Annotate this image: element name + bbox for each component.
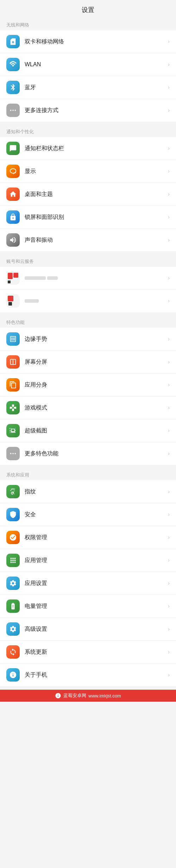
morefeat-arrow: › <box>168 450 170 457</box>
settings-item-bt[interactable]: 蓝牙 › <box>0 76 176 99</box>
game-arrow: › <box>168 405 170 411</box>
settings-item-notif[interactable]: 通知栏和状态栏 › <box>0 137 176 160</box>
mi-account-text <box>25 276 168 280</box>
desktop-arrow: › <box>168 191 170 197</box>
screenshot-icon <box>6 424 20 437</box>
svg-point-12 <box>15 453 16 454</box>
page-title: 设置 <box>0 0 176 18</box>
security-label: 安全 <box>25 511 168 518</box>
settings-item-sound[interactable]: 声音和振动 › <box>0 229 176 251</box>
appsetting-label: 应用设置 <box>25 580 168 587</box>
mi-account-arrow: › <box>168 275 170 281</box>
settings-group-personalize: 通知栏和状态栏 › 显示 › 桌面和主题 › 锁屏和面部识别 › 声音和振动 › <box>0 137 176 251</box>
update-icon <box>6 645 20 659</box>
fingerprint-arrow: › <box>168 488 170 495</box>
mi-account2-logo <box>6 294 20 308</box>
settings-item-more-connect[interactable]: 更多连接方式 › <box>0 99 176 122</box>
settings-item-battery[interactable]: 电量管理 › <box>0 595 176 618</box>
game-icon <box>6 401 20 414</box>
split-label: 屏幕分屏 <box>25 358 168 366</box>
screenshot-label: 超级截图 <box>25 427 168 435</box>
desktop-icon <box>6 187 20 201</box>
svg-rect-4 <box>8 273 13 279</box>
svg-rect-6 <box>8 281 11 283</box>
svg-point-10 <box>10 453 12 454</box>
settings-item-mi-account[interactable]: › <box>0 267 176 290</box>
edge-label: 边缘手势 <box>25 335 168 343</box>
settings-item-morefeat[interactable]: 更多特色功能 › <box>0 442 176 465</box>
display-icon <box>6 165 20 178</box>
settings-item-appmanage[interactable]: 应用管理 › <box>0 549 176 572</box>
section-header-network: 无线和网络 <box>0 18 176 30</box>
svg-point-1 <box>12 110 14 111</box>
settings-item-split[interactable]: 屏幕分屏 › <box>0 351 176 374</box>
sim-label: 双卡和移动网络 <box>25 38 168 45</box>
security-arrow: › <box>168 511 170 518</box>
permission-arrow: › <box>168 534 170 541</box>
notif-label: 通知栏和状态栏 <box>25 145 168 152</box>
split-arrow: › <box>168 359 170 365</box>
display-arrow: › <box>168 168 170 174</box>
settings-item-display[interactable]: 显示 › <box>0 160 176 183</box>
section-header-personalize: 通知和个性化 <box>0 125 176 137</box>
settings-item-fingerprint[interactable]: 指纹 › <box>0 480 176 503</box>
about-arrow: › <box>168 672 170 678</box>
settings-item-about[interactable]: 关于手机 › <box>0 664 176 686</box>
settings-item-security[interactable]: 安全 › <box>0 503 176 526</box>
fingerprint-icon <box>6 485 20 498</box>
edge-icon <box>6 332 20 346</box>
edge-arrow: › <box>168 336 170 342</box>
settings-item-advanced[interactable]: 高级设置 › <box>0 618 176 641</box>
clone-label: 应用分身 <box>25 381 168 389</box>
bt-icon <box>6 81 20 94</box>
split-icon <box>6 355 20 369</box>
lock-icon <box>6 210 20 224</box>
advanced-arrow: › <box>168 626 170 632</box>
bt-label: 蓝牙 <box>25 84 168 91</box>
appmanage-label: 应用管理 <box>25 557 168 564</box>
settings-item-mi-account2[interactable]: › <box>0 290 176 312</box>
watermark-bar: 蓝莓安卓网 www.imkjst.com <box>0 690 176 702</box>
settings-item-desktop[interactable]: 桌面和主题 › <box>0 183 176 206</box>
settings-item-wlan[interactable]: WLAN › <box>0 53 176 76</box>
sound-label: 声音和振动 <box>25 236 168 244</box>
appsetting-icon <box>6 577 20 590</box>
game-label: 游戏模式 <box>25 404 168 412</box>
desktop-label: 桌面和主题 <box>25 191 168 198</box>
update-arrow: › <box>168 649 170 655</box>
clone-arrow: › <box>168 382 170 388</box>
svg-point-2 <box>15 110 16 111</box>
lock-arrow: › <box>168 214 170 220</box>
settings-item-permission[interactable]: 权限管理 › <box>0 526 176 549</box>
settings-item-update[interactable]: 系统更新 › <box>0 641 176 664</box>
settings-item-game[interactable]: 游戏模式 › <box>0 396 176 419</box>
more-connect-arrow: › <box>168 107 170 113</box>
settings-item-screenshot[interactable]: 超级截图 › <box>0 419 176 442</box>
notif-icon <box>6 142 20 155</box>
mi-account2-text <box>25 299 168 303</box>
appmanage-icon <box>6 554 20 567</box>
bt-arrow: › <box>168 84 170 91</box>
svg-point-0 <box>10 110 12 111</box>
update-label: 系统更新 <box>25 648 168 656</box>
wlan-arrow: › <box>168 61 170 68</box>
settings-item-lock[interactable]: 锁屏和面部识别 › <box>0 206 176 229</box>
settings-item-clone[interactable]: 应用分身 › <box>0 374 176 396</box>
svg-rect-8 <box>8 296 13 301</box>
advanced-icon <box>6 622 20 636</box>
settings-item-sim[interactable]: 双卡和移动网络 › <box>0 30 176 53</box>
sound-icon <box>6 233 20 247</box>
section-header-features: 特色功能 <box>0 316 176 328</box>
mi-account-logo <box>6 271 20 285</box>
advanced-label: 高级设置 <box>25 626 168 633</box>
settings-item-edge[interactable]: 边缘手势 › <box>0 328 176 351</box>
watermark-icon <box>55 692 61 699</box>
svg-rect-9 <box>8 302 12 306</box>
battery-arrow: › <box>168 603 170 609</box>
settings-item-appsetting[interactable]: 应用设置 › <box>0 572 176 595</box>
section-header-account: 账号和云服务 <box>0 255 176 267</box>
morefeat-label: 更多特色功能 <box>25 450 168 457</box>
permission-label: 权限管理 <box>25 534 168 541</box>
watermark-text: 蓝莓安卓网 <box>63 692 86 699</box>
wifi-icon <box>6 58 20 71</box>
